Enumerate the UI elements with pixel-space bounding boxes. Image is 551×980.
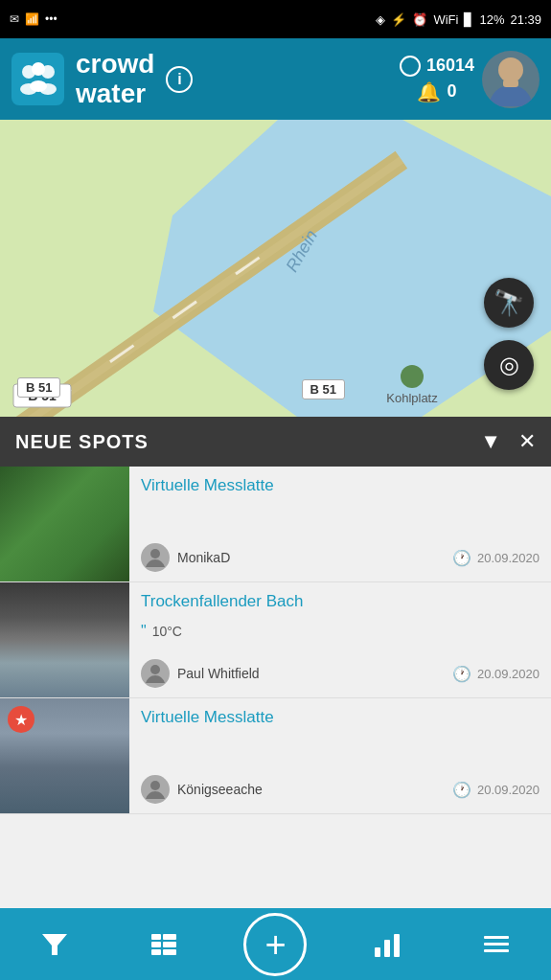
svg-rect-30 — [163, 942, 176, 947]
spot-username-1: MonikaD — [177, 550, 230, 565]
spot-content-1: Virtuelle Messlatte MonikaD 🕐 20.09.2020 — [129, 467, 551, 581]
bell-icon: 🔔 — [417, 80, 441, 103]
score-block: 16014 🔔 0 — [400, 56, 474, 103]
svg-rect-36 — [484, 943, 509, 946]
clock: 21:39 — [510, 12, 541, 27]
dropdown-button[interactable]: ▼ — [480, 429, 501, 454]
logo-icon — [11, 53, 64, 105]
app-header: crowdwater i 16014 🔔 0 — [0, 38, 551, 120]
quote-icon: " — [141, 623, 147, 640]
svg-rect-27 — [151, 942, 161, 947]
road-sign-b51-left: B 51 — [17, 377, 60, 398]
spot-item-3: ★ Virtuelle Messlatte Königseeache 🕐 20.… — [0, 698, 551, 814]
clock-icon-2: 🕐 — [452, 665, 471, 683]
signal-icon: ▊ — [464, 12, 473, 27]
spot-content-2: Trockenfallender Bach " 10°C Paul Whitfi… — [129, 582, 551, 697]
app-name-block: crowdwater — [76, 50, 154, 109]
battery-level: 12% — [479, 12, 504, 27]
sim-icon: 📶 — [25, 12, 39, 26]
svg-rect-34 — [394, 934, 400, 957]
header-right: 16014 🔔 0 — [400, 51, 540, 108]
list-icon — [149, 930, 178, 959]
svg-rect-31 — [163, 949, 176, 955]
spot-title-1[interactable]: Virtuelle Messlatte — [141, 476, 540, 495]
spot-date-3: 🕐 20.09.2020 — [452, 781, 540, 799]
temperature-value: 10°C — [152, 624, 182, 639]
svg-rect-29 — [163, 934, 176, 940]
person-svg-2 — [144, 662, 167, 685]
status-icons-right: ◈ ⚡ ⏰ WiFi ▊ 12% 21:39 — [376, 12, 541, 27]
svg-rect-7 — [503, 80, 518, 87]
spot-thumbnail-2 — [0, 582, 129, 697]
list-button[interactable] — [135, 916, 193, 973]
spots-title: NEUE SPOTS — [15, 431, 149, 453]
close-button[interactable]: ✕ — [518, 429, 536, 454]
svg-point-24 — [150, 781, 160, 790]
person-svg-1 — [144, 546, 167, 569]
date-value-3: 20.09.2020 — [477, 783, 540, 797]
filter-button[interactable] — [26, 916, 83, 973]
notification-row: 🔔 0 — [417, 80, 456, 103]
info-icon: i — [177, 71, 181, 88]
header-left: crowdwater i — [11, 50, 193, 109]
spot-title-2[interactable]: Trockenfallender Bach — [141, 592, 540, 611]
svg-point-23 — [150, 665, 160, 674]
svg-rect-32 — [375, 947, 380, 957]
menu-button[interactable] — [468, 916, 525, 973]
locate-button[interactable]: ◎ — [484, 340, 534, 390]
spots-controls: ▼ ✕ — [480, 429, 536, 454]
add-icon: + — [264, 926, 286, 963]
alarm-icon: ⏰ — [412, 12, 427, 27]
app-name: crowdwater — [76, 50, 154, 109]
spot-user-1: MonikaD — [141, 543, 230, 572]
svg-point-21 — [401, 365, 424, 388]
spot-date-2: 🕐 20.09.2020 — [452, 665, 540, 683]
avatar[interactable] — [482, 51, 540, 108]
map-area: B 51 Rhein Kohlplatz 🔭 ◎ B 51 B 51 — [0, 120, 551, 417]
spot-footer-1: MonikaD 🕐 20.09.2020 — [141, 543, 540, 572]
binoculars-icon: 🔭 — [494, 288, 524, 318]
spot-title-3[interactable]: Virtuelle Messlatte — [141, 708, 540, 727]
svg-point-6 — [498, 57, 523, 82]
hamburger-icon — [482, 930, 511, 959]
spot-username-2: Paul Whitfield — [177, 666, 260, 681]
menu-dots-icon: ••• — [45, 12, 57, 26]
spot-thumbnail-3: ★ — [0, 698, 129, 813]
svg-point-5 — [39, 83, 57, 95]
spot-content-3: Virtuelle Messlatte Königseeache 🕐 20.09… — [129, 698, 551, 813]
info-button[interactable]: i — [166, 66, 193, 93]
status-icons-left: ✉ 📶 ••• — [10, 12, 57, 26]
spot-item: Virtuelle Messlatte MonikaD 🕐 20.09.2020 — [0, 467, 551, 582]
wifi-icon: WiFi — [433, 12, 458, 27]
date-value-1: 20.09.2020 — [477, 551, 540, 565]
bluetooth-icon: ⚡ — [391, 12, 406, 27]
locate-icon: ◎ — [499, 352, 519, 378]
svg-rect-35 — [484, 936, 509, 939]
score-circle-icon — [400, 56, 421, 77]
spot-badge-3: ★ — [8, 706, 34, 733]
spot-username-3: Königseeache — [177, 782, 263, 797]
spot-footer-2: Paul Whitfield 🕐 20.09.2020 — [141, 659, 540, 688]
people-logo-svg — [15, 57, 61, 103]
clock-icon-1: 🕐 — [452, 549, 471, 567]
binoculars-button[interactable]: 🔭 — [484, 278, 534, 328]
user-icon-1 — [141, 543, 170, 572]
user-icon-3 — [141, 775, 170, 804]
spot-user-3: Königseeache — [141, 775, 263, 804]
chart-button[interactable] — [358, 916, 416, 973]
person-svg-3 — [144, 778, 167, 801]
svg-rect-26 — [151, 934, 161, 940]
add-button[interactable]: + — [243, 913, 307, 976]
svg-rect-33 — [384, 940, 390, 957]
spot-thumbnail-1 — [0, 467, 129, 581]
road-sign-b51-right: B 51 — [302, 379, 345, 399]
score-value: 16014 — [426, 56, 474, 76]
chart-icon — [373, 930, 402, 959]
clock-icon-3: 🕐 — [452, 781, 471, 799]
svg-text:Kohlplatz: Kohlplatz — [386, 391, 438, 405]
bottom-nav: + — [0, 908, 551, 980]
spot-footer-3: Königseeache 🕐 20.09.2020 — [141, 775, 540, 804]
spots-list: Virtuelle Messlatte MonikaD 🕐 20.09.2020 — [0, 467, 551, 840]
svg-point-22 — [150, 549, 160, 558]
status-bar: ✉ 📶 ••• ◈ ⚡ ⏰ WiFi ▊ 12% 21:39 — [0, 0, 551, 38]
